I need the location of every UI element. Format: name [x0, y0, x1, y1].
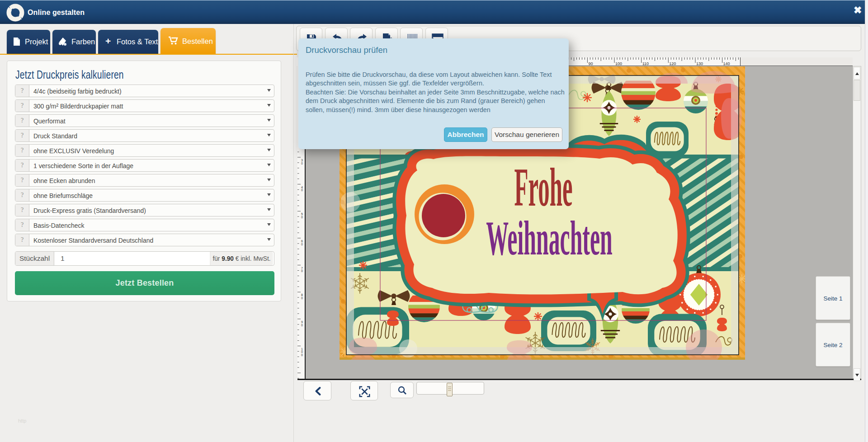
svg-text:Frohe: Frohe	[514, 157, 573, 217]
svg-text:0: 0	[301, 296, 303, 300]
svg-text:90: 90	[588, 61, 593, 66]
svg-text:0: 0	[301, 353, 303, 357]
svg-text:120: 120	[669, 61, 676, 66]
svg-text:110: 110	[642, 61, 649, 66]
svg-text:0: 0	[301, 216, 303, 219]
svg-text:100: 100	[615, 61, 622, 66]
svg-text:0: 0	[301, 324, 303, 327]
svg-text:0: 0	[301, 162, 303, 165]
svg-text:0: 0	[301, 269, 303, 273]
svg-text:0: 0	[301, 188, 303, 192]
svg-text:Weihnachten: Weihnachten	[486, 210, 613, 265]
svg-text:140: 140	[723, 61, 730, 66]
svg-text:0: 0	[301, 243, 303, 246]
svg-text:130: 130	[696, 61, 703, 66]
